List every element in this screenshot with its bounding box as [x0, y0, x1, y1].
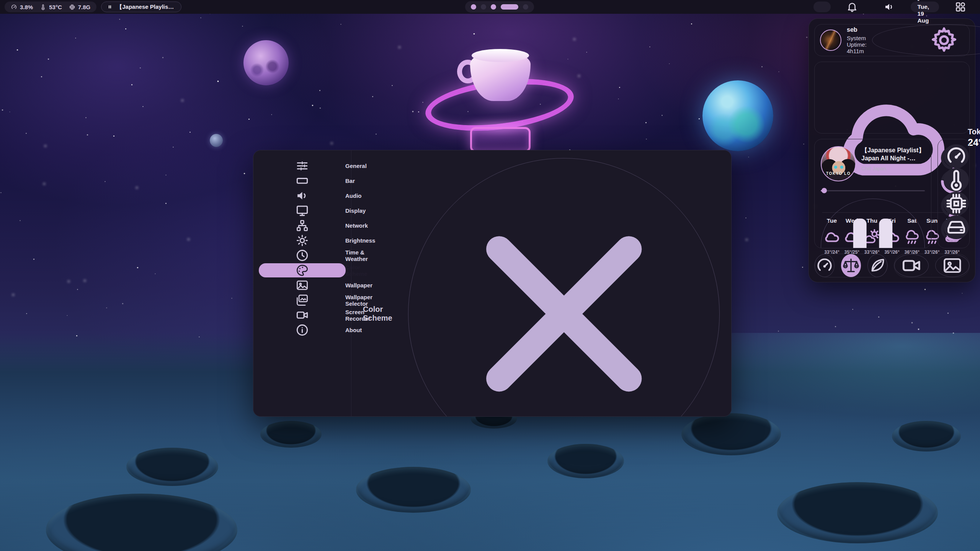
- workspace-dot[interactable]: [523, 4, 528, 10]
- purple-planet: [243, 40, 289, 85]
- chip-icon: [69, 4, 75, 10]
- memory-stat: 7.8G: [69, 4, 91, 10]
- workspace-dot[interactable]: [491, 4, 496, 10]
- side-panel: seb System Uptime: 4h11m Tokyo 24°C (GMT…: [808, 18, 975, 282]
- track-title: 【Japanese Playlist】 Japan All Night - To…: [861, 146, 925, 162]
- memory-value: 7.8G: [78, 4, 91, 10]
- top-bar: 3.8% 53°C 7.8G 【Japanese Playlist】 J...: [0, 0, 980, 14]
- palette-icon: [264, 263, 341, 277]
- thermometer-icon: [944, 168, 969, 192]
- sidebar-item-general[interactable]: General: [259, 159, 346, 173]
- album-art: TOKYO LO: [821, 146, 856, 181]
- media-player-card: TOKYO LO 【Japanese Playlist】 Japan All N…: [814, 139, 931, 248]
- utility-group: [894, 254, 970, 277]
- speedometer-icon: [944, 144, 969, 168]
- sidebar-item-display[interactable]: Display: [259, 204, 346, 218]
- images-icon: [264, 293, 341, 307]
- cpu-usage-gauge: 3.1%: [941, 146, 966, 170]
- workspace-indicator[interactable]: [465, 1, 534, 13]
- user-card: seb System Uptime: 4h11m: [814, 24, 970, 56]
- album-art-text: TOKYO LO: [822, 171, 855, 176]
- track-progress-bar[interactable]: [821, 188, 925, 193]
- sidebar-item-audio[interactable]: Audio: [259, 189, 346, 203]
- sidebar-item-wallpaper-selector[interactable]: Wallpaper Selector: [259, 293, 346, 307]
- sidebar-item-time-weather[interactable]: Time & Weather: [259, 248, 346, 262]
- brightness-icon: [264, 233, 341, 248]
- speedometer-icon: [11, 4, 17, 10]
- workspace-dot[interactable]: [501, 4, 518, 10]
- network-icon: [264, 218, 341, 233]
- balanced-profile-button[interactable]: [841, 254, 861, 277]
- settings-sidebar: General Bar Audio Display Network Bright…: [253, 150, 351, 416]
- desktop: 3.8% 53°C 7.8G 【Japanese Playlist】 J...: [0, 0, 980, 551]
- weather-city: Tokyo: [968, 127, 980, 136]
- sidebar-item-screen-recorder[interactable]: Screen Recorder: [259, 308, 346, 322]
- sliders-icon: [264, 159, 341, 173]
- sidebar-item-brightness[interactable]: Brightness: [259, 233, 346, 248]
- system-uptime: System Uptime: 4h11m: [847, 35, 867, 54]
- bar-icon: [264, 174, 341, 188]
- close-icon[interactable]: [408, 158, 720, 417]
- progress-handle[interactable]: [822, 188, 827, 193]
- settings-content: Color Scheme Dark Mode Use a dark varian…: [351, 150, 731, 416]
- powersave-profile-button[interactable]: [867, 254, 887, 277]
- disk-icon: [944, 215, 969, 239]
- disk-gauge: 24%: [941, 217, 966, 241]
- chip-icon: [944, 192, 969, 215]
- clock-date[interactable]: 17:09 - Tue, 19 Aug: [911, 2, 939, 12]
- system-tray: [813, 2, 831, 12]
- volume-icon[interactable]: [874, 1, 905, 13]
- system-stats-pill[interactable]: 3.8% 53°C 7.8G: [5, 2, 96, 12]
- speaker-icon: [264, 189, 341, 203]
- app-launcher-icon[interactable]: [945, 1, 976, 13]
- camcorder-icon: [264, 308, 341, 322]
- power-profile-group: [814, 254, 888, 277]
- thermometer-icon: [40, 4, 46, 10]
- track-artist: Chill Japan.: [861, 166, 925, 171]
- image-icon: [264, 278, 341, 292]
- cpu-usage-value: 3.8%: [20, 4, 33, 10]
- performance-profile-button[interactable]: [815, 254, 835, 277]
- sidebar-item-color-scheme[interactable]: Color Scheme: [259, 263, 346, 277]
- now-playing-pill[interactable]: 【Japanese Playlist】 J...: [101, 2, 181, 12]
- temperature-value: 53°C: [49, 4, 62, 10]
- pause-icon: [107, 4, 113, 10]
- sidebar-item-network[interactable]: Network: [259, 218, 346, 233]
- cpu-usage-stat: 3.8%: [11, 4, 33, 10]
- temperature-gauge: 54°C: [941, 170, 966, 194]
- sidebar-item-bar[interactable]: Bar: [259, 174, 346, 188]
- gear-icon[interactable]: [872, 24, 980, 56]
- info-icon: [264, 323, 341, 337]
- system-gauges: 3.1% 54°C 14% 24%: [938, 139, 970, 248]
- avatar: [820, 29, 841, 51]
- screen-record-button[interactable]: [894, 254, 929, 277]
- earth-planet: [702, 80, 773, 151]
- temperature-stat: 53°C: [40, 4, 62, 10]
- notifications-bell-icon[interactable]: [836, 1, 868, 13]
- workspace-dot[interactable]: [481, 4, 486, 10]
- pause-button[interactable]: [821, 199, 925, 248]
- monitor-icon: [264, 204, 341, 218]
- page-title: Color Scheme: [363, 305, 408, 323]
- workspace-dot[interactable]: [471, 4, 476, 10]
- weather-card: Tokyo 24°C (GMT+9) Tue 33°/24° Wed: [814, 62, 970, 134]
- username: seb: [847, 26, 867, 33]
- clock-icon: [264, 248, 341, 262]
- saturn-cup-artwork: [425, 45, 574, 154]
- sidebar-item-wallpaper[interactable]: Wallpaper: [259, 278, 346, 292]
- wallpaper-button[interactable]: [935, 254, 970, 277]
- now-playing-text: 【Japanese Playlist】 J...: [116, 3, 175, 11]
- small-moon: [210, 134, 223, 147]
- sidebar-item-about[interactable]: About: [259, 323, 346, 337]
- settings-window: General Bar Audio Display Network Bright…: [253, 150, 732, 417]
- memory-gauge: 14%: [941, 194, 966, 217]
